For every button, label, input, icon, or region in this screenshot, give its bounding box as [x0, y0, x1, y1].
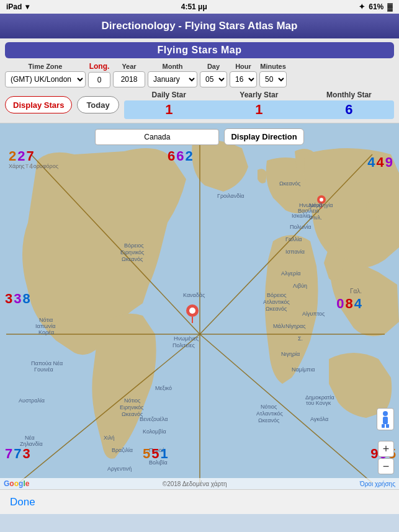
- google-logo: Google: [4, 479, 29, 488]
- svg-text:Ειρηνικός: Ειρηνικός: [120, 249, 145, 255]
- star-mr-1: 8: [346, 296, 353, 312]
- svg-text:Νίγηρας: Νίγηρας: [285, 323, 306, 329]
- svg-text:Νότιος: Νότιος: [261, 404, 277, 410]
- svg-text:Κορέα: Κορέα: [38, 329, 54, 335]
- star-ml-3: 8: [23, 291, 30, 307]
- star-bc-2: 5: [151, 446, 159, 462]
- svg-text:Αίγυπτος: Αίγυπτος: [302, 311, 325, 317]
- star-bl-1: 7: [5, 446, 12, 462]
- zoom-controls[interactable]: + −: [378, 441, 394, 474]
- monthly-star-header: Monthly Star: [304, 91, 394, 99]
- svg-text:Χιλή: Χιλή: [104, 435, 115, 441]
- daily-star-header: Daily Star: [124, 91, 214, 99]
- map-stars-middle-right: Γαλ. 0 8 4: [336, 288, 362, 312]
- zoom-in-button[interactable]: +: [378, 441, 394, 457]
- day-label: Day: [207, 63, 220, 70]
- svg-text:Νορβηγία: Νορβηγία: [309, 202, 333, 208]
- star-headers: Daily Star Yearly Star Monthly Star: [124, 91, 394, 99]
- svg-rect-68: [386, 424, 389, 428]
- svg-rect-66: [383, 417, 388, 424]
- month-group: Month January: [148, 63, 197, 87]
- star-tl-3: 7: [27, 148, 34, 164]
- star-mr-0: 0: [336, 296, 344, 312]
- longitude-group: Long. 0: [88, 62, 110, 88]
- map-terms[interactable]: Όροι χρήσης: [360, 481, 395, 487]
- map-stars-bottom-center: 5 5 1: [143, 446, 168, 462]
- yearly-star-header: Yearly Star: [214, 91, 304, 99]
- star-values: 1 1 6: [124, 100, 394, 119]
- nav-bar: Directionology - Flying Stars Atlas Map: [0, 14, 399, 38]
- map-stars-middle-left: 3 3 8: [5, 291, 30, 307]
- svg-text:Παπούα Νέα: Παπούα Νέα: [31, 360, 63, 366]
- svg-text:Κολομβία: Κολομβία: [143, 428, 166, 435]
- timezone-select[interactable]: (GMT) UK/London: [5, 71, 86, 87]
- nav-title: Directionology - Flying Stars Atlas Map: [102, 20, 298, 32]
- star-tr-1: 4: [367, 154, 375, 171]
- star-tc-2: 6: [176, 148, 184, 164]
- svg-text:Αγκόλα: Αγκόλα: [310, 416, 328, 422]
- map-container[interactable]: Βόρειος Ειρηνικός Ωκεανός Βόρειος Ατλαντ…: [0, 123, 399, 489]
- pegman-icon[interactable]: [377, 408, 394, 430]
- minutes-label: Minutes: [260, 63, 286, 70]
- svg-text:Λιβύη: Λιβύη: [293, 283, 307, 289]
- star-values-section: Daily Star Yearly Star Monthly Star 1 1 …: [124, 91, 394, 119]
- display-stars-button[interactable]: Display Stars: [5, 96, 72, 113]
- star-tc-3: 2: [186, 148, 193, 164]
- star-tr-3: 9: [385, 154, 393, 171]
- star-tc-1: 6: [168, 148, 175, 164]
- map-stars-bottom-left: 7 7 3: [5, 446, 30, 462]
- map-toolbar: Canada Display Direction: [0, 128, 399, 145]
- bluetooth-icon: ✦: [359, 2, 365, 11]
- svg-line-7: [19, 334, 200, 483]
- svg-text:Ωκεανός: Ωκεανός: [258, 417, 280, 423]
- svg-text:Αργεντινή: Αργεντινή: [107, 466, 132, 472]
- timezone-label: Time Zone: [29, 63, 63, 70]
- star-tl-1: 2: [9, 148, 16, 164]
- display-direction-button[interactable]: Display Direction: [224, 128, 303, 145]
- device-label: iPad: [6, 2, 22, 11]
- status-bar: iPad ▾ 4:51 μμ ✦ 61% ▓: [0, 0, 399, 14]
- month-select[interactable]: January: [148, 71, 197, 87]
- battery-level: 61%: [369, 2, 383, 11]
- year-input[interactable]: 2018: [113, 71, 145, 87]
- star-bc-1: 5: [143, 446, 150, 462]
- hour-group: Hour 16: [230, 63, 257, 87]
- svg-point-9: [186, 304, 199, 317]
- svg-text:Ειρηνικός: Ειρηνικός: [120, 404, 144, 410]
- star-tr-2: 4: [377, 154, 384, 171]
- svg-text:Ισκαλία: Ισκαλία: [292, 213, 310, 219]
- svg-text:Ναμίμπια: Ναμίμπια: [292, 366, 315, 373]
- wifi-icon: ▾: [25, 2, 29, 11]
- svg-text:Βόρειος: Βόρειος: [267, 292, 287, 298]
- zoom-out-button[interactable]: −: [378, 458, 394, 474]
- bottom-bar: Done: [0, 489, 399, 514]
- svg-text:Δημοκρατία: Δημοκρατία: [305, 394, 334, 401]
- svg-text:Καναδάς: Καναδάς: [183, 292, 205, 298]
- year-group: Year 2018: [113, 63, 145, 87]
- svg-text:Ηνωμένες: Ηνωμένες: [174, 335, 199, 342]
- svg-text:Βραζιλία: Βραζιλία: [112, 447, 133, 453]
- day-select[interactable]: 05: [200, 71, 227, 87]
- stars-row: Display Stars Today Daily Star Yearly St…: [5, 91, 394, 119]
- star-mr-2: 4: [354, 296, 362, 312]
- today-button[interactable]: Today: [77, 96, 119, 113]
- longitude-input[interactable]: 0: [88, 72, 110, 88]
- star-ml-2: 3: [14, 291, 21, 307]
- hour-select[interactable]: 16: [230, 71, 257, 87]
- svg-text:Ωκεανός: Ωκεανός: [266, 306, 287, 312]
- timezone-group: Time Zone (GMT) UK/London: [5, 63, 86, 87]
- done-button[interactable]: Done: [10, 496, 35, 508]
- control-panel: Flying Stars Map Time Zone (GMT) UK/Lond…: [0, 38, 399, 123]
- svg-point-12: [320, 198, 323, 202]
- svg-text:Σ.: Σ.: [298, 335, 303, 342]
- svg-text:Βενεζουέλα: Βενεζουέλα: [140, 416, 168, 422]
- pegman-svg: [380, 410, 391, 428]
- minutes-select[interactable]: 50: [259, 71, 287, 87]
- star-bl-3: 3: [23, 446, 30, 462]
- map-location-input[interactable]: Canada: [95, 129, 219, 145]
- svg-text:Ιαπωνία: Ιαπωνία: [35, 323, 56, 329]
- svg-text:Ισπανία: Ισπανία: [285, 249, 305, 255]
- svg-text:Νότια: Νότια: [39, 317, 53, 323]
- hour-label: Hour: [235, 63, 251, 70]
- svg-text:του Κονγκ: του Κονγκ: [306, 400, 331, 406]
